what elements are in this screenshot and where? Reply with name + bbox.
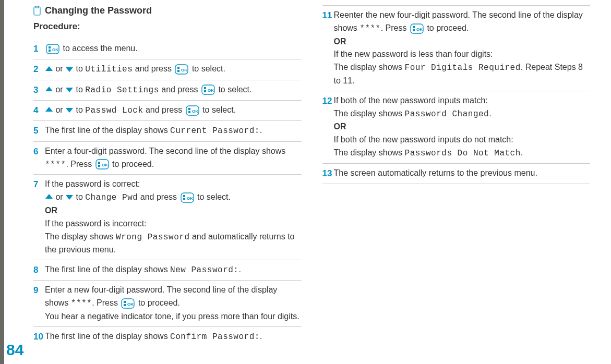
text: and press	[159, 85, 200, 94]
svg-rect-24	[183, 198, 185, 200]
or-label: OR	[45, 204, 302, 217]
display-text: ****	[45, 160, 66, 169]
step-body: Enter a four-digit password. The second …	[45, 145, 302, 172]
step-body: or to Utilities and press OK to select.	[45, 63, 302, 76]
text: .	[521, 148, 523, 157]
text: The display shows	[334, 148, 405, 157]
step-1: 1 OK to access the menu.	[33, 39, 302, 59]
svg-rect-32	[413, 29, 415, 31]
or-label: OR	[334, 120, 591, 134]
text: and press	[133, 64, 174, 73]
step-number: 12	[322, 94, 334, 160]
text: or	[53, 85, 65, 94]
text: to select.	[216, 85, 251, 94]
heading-text: Changing the Password	[45, 5, 152, 16]
text: to select.	[189, 64, 225, 73]
text: to select.	[200, 105, 236, 114]
svg-rect-15	[188, 108, 190, 110]
step-body: OK to access the menu.	[45, 42, 302, 56]
page: Changing the Password Procedure: 1 OK to…	[0, 0, 611, 364]
text: to proceed.	[136, 298, 180, 307]
text: and press	[138, 192, 179, 201]
text: or	[53, 192, 65, 201]
step-10: 10 The first line of the display shows C…	[33, 327, 302, 347]
section-heading: Changing the Password	[33, 5, 302, 16]
step-7: 7 If the password is correct: or to Chan…	[33, 175, 302, 260]
step-body: If the password is correct: or to Change…	[45, 178, 302, 257]
svg-text:OK: OK	[181, 68, 187, 72]
right-column: 11 Reenter the new four-digit password. …	[312, 5, 591, 359]
down-arrow-icon	[66, 108, 73, 113]
text: . Press	[92, 298, 120, 307]
text: . Press	[66, 160, 94, 168]
step-12: 12 If both of the new password inputs ma…	[322, 91, 591, 164]
or-label: OR	[334, 35, 591, 48]
down-arrow-icon	[66, 67, 73, 72]
ok-icon: OK	[175, 64, 188, 75]
step-5: 5 The first line of the display shows Cu…	[33, 121, 302, 141]
display-text: Change Pwd	[85, 193, 138, 202]
text: to select.	[195, 192, 231, 201]
text: to access the menu.	[61, 44, 138, 53]
step-body: Enter a new four-digit password. The sec…	[45, 284, 302, 323]
text: and press	[143, 105, 184, 114]
ok-icon: OK	[410, 23, 424, 34]
down-arrow-icon	[66, 88, 73, 92]
page-number: 84	[6, 341, 23, 359]
step-6: 6 Enter a four-digit password. The secon…	[33, 142, 302, 175]
text: You hear a negative indicator tone, if y…	[45, 310, 302, 323]
svg-text:OK: OK	[127, 302, 134, 307]
step-number: 5	[33, 124, 45, 138]
ok-icon: OK	[95, 159, 109, 169]
text: or	[53, 64, 65, 73]
side-bar	[0, 0, 4, 364]
display-text: Four Digitals Required	[405, 63, 521, 72]
text: If the password is incorrect:	[45, 217, 302, 230]
step-body: The first line of the display shows Conf…	[45, 330, 302, 344]
svg-rect-27	[124, 301, 126, 303]
text: . Press	[381, 23, 409, 32]
step-body: If both of the new password inputs match…	[334, 94, 591, 160]
step-body: or to Radio Settings and press OK to sel…	[45, 83, 302, 97]
text: to proceed.	[110, 160, 154, 168]
step-body: The first line of the display shows Curr…	[45, 124, 302, 138]
step-body: The screen automatically returns to the …	[334, 167, 591, 180]
up-arrow-icon	[45, 107, 53, 112]
step-number: 13	[322, 167, 334, 180]
display-text: New Password:	[170, 265, 238, 275]
text: If the new password is less than four di…	[334, 48, 591, 61]
svg-text:OK: OK	[208, 88, 214, 93]
text: .	[489, 109, 491, 118]
step-9: 9 Enter a new four-digit password. The s…	[33, 281, 302, 326]
step-number: 9	[33, 284, 45, 323]
ok-icon: OK	[186, 105, 199, 116]
svg-rect-1	[35, 6, 39, 8]
step-13: 13 The screen automatically returns to t…	[322, 164, 591, 184]
display-text: Radio Settings	[85, 86, 159, 95]
text: The first line of the display shows	[45, 332, 170, 341]
ok-icon: OK	[181, 192, 194, 203]
up-arrow-icon	[45, 66, 53, 71]
display-text: Passwords Do Not Match	[405, 149, 521, 158]
svg-text:OK: OK	[192, 109, 198, 114]
svg-rect-4	[49, 50, 51, 52]
text: The first line of the display shows	[45, 126, 170, 135]
text: The display shows	[334, 109, 405, 118]
step-number: 10	[33, 330, 45, 344]
svg-rect-19	[98, 162, 100, 164]
display-text: ****	[71, 299, 92, 308]
step-number: 7	[33, 178, 45, 257]
svg-rect-31	[413, 26, 415, 28]
text: .	[260, 126, 262, 135]
svg-text:OK: OK	[416, 27, 423, 32]
step-body: Reenter the new four-digit password. The…	[334, 9, 591, 88]
step-2: 2 or to Utilities and press OK to select…	[33, 59, 302, 80]
step-body: or to Passwd Lock and press OK to select…	[45, 104, 302, 117]
display-text: Wrong Password	[116, 233, 189, 242]
text: .	[260, 332, 262, 341]
text: The screen automatically returns to the …	[334, 168, 537, 177]
svg-rect-8	[177, 70, 179, 72]
step-11: 11 Reenter the new four-digit password. …	[322, 5, 591, 91]
ok-icon: OK	[201, 84, 215, 95]
step-body: The first line of the display shows New …	[45, 263, 302, 277]
